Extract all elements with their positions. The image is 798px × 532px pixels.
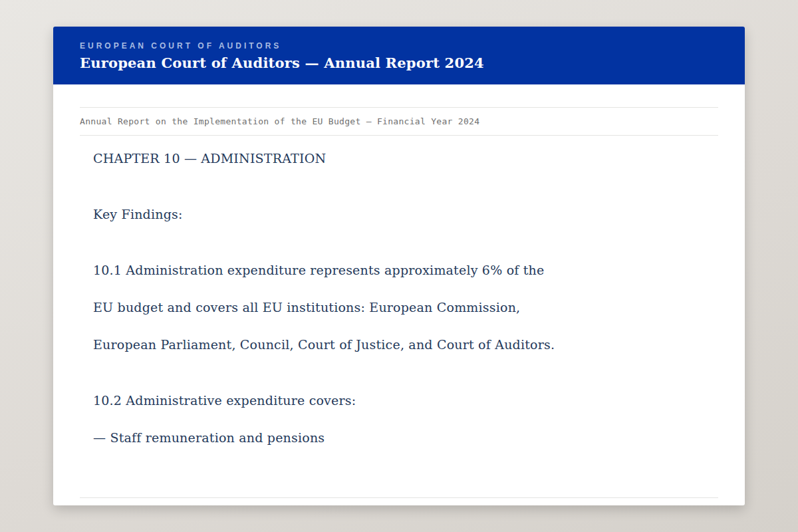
body-line: 10.2 Administrative expenditure covers:: [93, 392, 705, 408]
document-title: European Court of Auditors — Annual Repo…: [80, 55, 718, 71]
body-line: 10.1 Administration expenditure represen…: [93, 262, 705, 278]
body-line: EU budget and covers all EU institutions…: [93, 299, 705, 315]
document-footer: Source document archived by source-check…: [80, 497, 718, 505]
document-body: CHAPTER 10 — ADMINISTRATIONKey Findings:…: [80, 150, 718, 446]
organization-eyebrow: EUROPEAN COURT OF AUDITORS: [80, 41, 718, 51]
document-subtitle-row: Annual Report on the Implementation of t…: [80, 107, 718, 136]
body-line: CHAPTER 10 — ADMINISTRATION: [93, 150, 705, 166]
document-header: EUROPEAN COURT OF AUDITORS European Cour…: [53, 27, 745, 84]
body-line: Key Findings:: [93, 206, 705, 222]
body-line: — Staff remuneration and pensions: [93, 430, 705, 446]
document-subtitle: Annual Report on the Implementation of t…: [80, 116, 479, 126]
document-body-container: Annual Report on the Implementation of t…: [53, 107, 745, 505]
document-card: EUROPEAN COURT OF AUDITORS European Cour…: [53, 27, 745, 505]
body-line: European Parliament, Council, Court of J…: [93, 336, 705, 352]
